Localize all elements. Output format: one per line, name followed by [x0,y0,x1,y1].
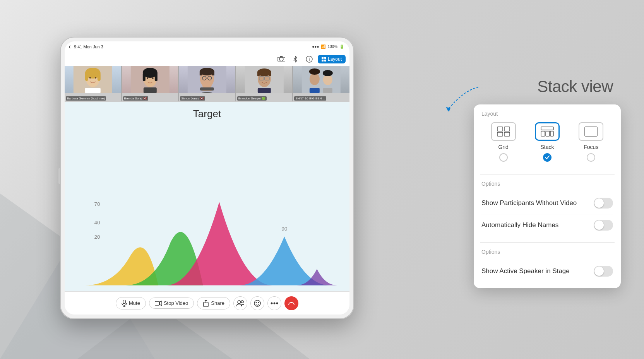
participant-thumb-4[interactable]: Brandon Seeger 🟢 [236,66,293,101]
svg-text:20: 20 [94,234,101,240]
participant-name-2: Brenda Song 🔇 [123,96,148,101]
mute-label: Mute [129,300,140,306]
options-section2-title: Options [481,249,613,255]
svg-point-3 [279,57,283,61]
layout-button[interactable]: Layout [318,55,346,63]
svg-rect-15 [85,73,88,81]
svg-rect-4 [277,57,285,61]
svg-rect-81 [541,131,545,136]
layout-button-label: Layout [328,56,342,62]
svg-rect-78 [497,132,503,136]
options-section: Options Show Participants Without Video … [474,174,621,242]
bottom-toolbar: Mute Stop Video Share [65,291,349,315]
svg-text:i: i [309,57,310,62]
layout-options-container: Grid Stack [481,122,613,168]
svg-rect-16 [98,73,101,81]
ipad-side-button [58,168,60,184]
svg-point-74 [276,302,278,304]
toggle-participants-video[interactable] [594,198,613,209]
svg-point-53 [309,68,320,75]
grid-radio[interactable] [499,153,508,162]
chart-area: 70 40 20 90 [65,123,349,289]
svg-rect-57 [323,88,332,93]
svg-point-56 [323,70,333,76]
signal-icon: ●●● [312,44,319,49]
svg-rect-77 [504,127,510,131]
more-button[interactable] [267,296,281,310]
status-bar: ‹ 9:41 Mon Jun 3 ●●● 📶 100% 🔋 [65,41,349,52]
svg-rect-24 [142,73,145,81]
layout-option-focus[interactable]: Focus [579,122,603,162]
status-bar-left: ‹ 9:41 Mon Jun 3 [69,43,103,51]
toggle-active-speaker[interactable] [594,266,613,277]
svg-rect-76 [497,127,503,131]
status-bar-right: ●●● 📶 100% 🔋 [312,44,344,49]
svg-point-68 [241,301,243,303]
svg-point-70 [255,302,257,303]
svg-rect-9 [322,60,324,62]
svg-rect-34 [212,72,214,75]
stack-radio[interactable] [543,153,552,162]
svg-rect-46 [269,72,271,76]
svg-rect-10 [324,60,326,62]
participant-name-3: Simon Jones 🔇 [180,96,205,101]
svg-rect-80 [541,127,553,130]
battery-icon: 🔋 [339,44,344,49]
svg-rect-65 [155,301,159,305]
share-button[interactable]: Share [197,297,230,309]
bluetooth-icon[interactable] [290,54,301,65]
svg-point-72 [271,302,272,304]
svg-rect-50 [258,88,271,93]
share-label: Share [211,300,224,306]
svg-point-71 [258,302,259,303]
svg-rect-19 [85,88,101,93]
participant-thumb-1[interactable]: Barbara German (host, me) [65,66,122,101]
end-call-button[interactable] [284,296,298,310]
svg-rect-7 [322,57,324,59]
ipad-device: ‹ 9:41 Mon Jun 3 ●●● 📶 100% 🔋 [60,37,354,319]
grid-layout-icon [491,122,516,141]
layout-section-title: Layout [481,111,613,117]
option-label-hide-names: Automatically Hide Names [481,221,558,229]
svg-text:90: 90 [281,226,288,232]
layout-popup: Layout Grid [474,104,621,288]
ipad-screen: ‹ 9:41 Mon Jun 3 ●●● 📶 100% 🔋 [65,41,349,315]
svg-rect-28 [143,87,156,93]
svg-text:40: 40 [94,220,101,226]
battery-indicator: 100% [327,44,337,49]
back-button[interactable]: ‹ [69,43,71,51]
option-row-hide-names: Automatically Hide Names [481,214,613,236]
svg-rect-62 [123,300,125,304]
svg-rect-25 [154,73,157,81]
camera-icon[interactable] [276,54,287,65]
svg-marker-75 [446,107,450,112]
svg-rect-8 [324,57,326,59]
layout-option-grid[interactable]: Grid [491,122,516,162]
stack-view-title: Stack view [537,77,613,96]
option-row-participants-video: Show Participants Without Video [481,192,613,214]
info-icon[interactable]: i [304,54,315,65]
participants-strip: Barbara German (host, me) [65,66,349,102]
stop-video-button[interactable]: Stop Video [149,297,194,309]
status-time: 9:41 Mon Jun 3 [74,44,103,49]
participants-button[interactable] [233,296,247,310]
participant-thumb-5[interactable]: SHN7-16-BIG BEN ... [293,66,349,101]
emoji-button[interactable] [250,296,264,310]
option-row-active-speaker: Show Active Speaker in Stage [481,260,613,282]
toggle-hide-names[interactable] [594,220,613,231]
option-label-participants-video: Show Participants Without Video [481,199,577,207]
svg-point-27 [152,77,153,79]
layout-section: Layout Grid [474,104,621,174]
focus-radio[interactable] [587,153,595,162]
top-bar: i Layout [65,52,349,66]
participant-thumb-2[interactable]: Brenda Song 🔇 [122,66,179,101]
chart-title: Target [65,102,349,123]
stop-video-label: Stop Video [164,300,188,306]
layout-option-stack[interactable]: Stack [535,122,560,162]
svg-rect-83 [550,131,553,136]
stack-layout-label: Stack [540,144,554,150]
svg-rect-45 [257,72,260,76]
participant-thumb-3[interactable]: Simon Jones 🔇 [179,66,236,101]
stack-layout-icon [535,122,560,141]
mute-button[interactable]: Mute [116,297,146,309]
